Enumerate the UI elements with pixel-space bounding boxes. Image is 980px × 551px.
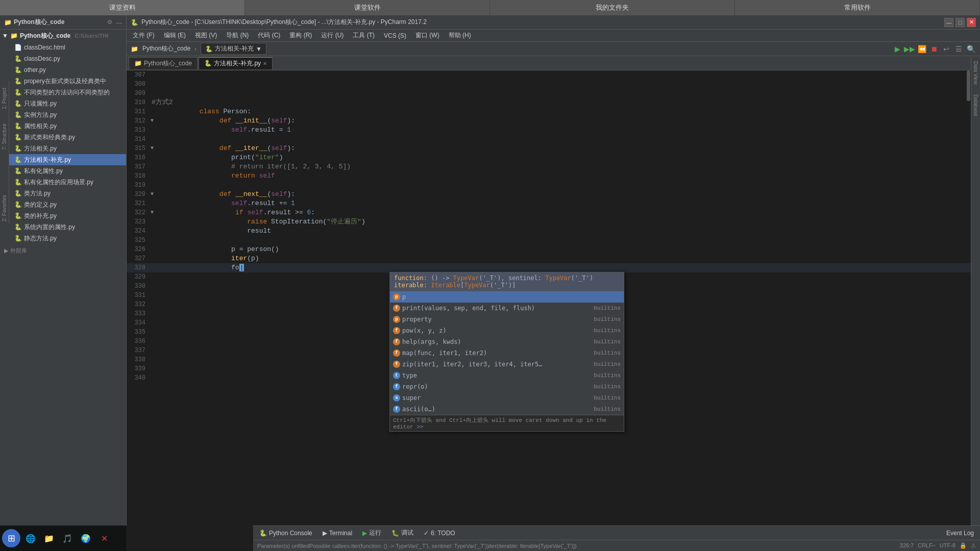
ac-item-property[interactable]: p property builtins [390, 314, 624, 325]
terminal-button[interactable]: ▶ Terminal [318, 528, 356, 539]
sidebar-item-attr[interactable]: 🐍 属性相关.py [0, 120, 126, 132]
tab-close-button[interactable]: ✕ [263, 61, 267, 66]
sidebar-project-name[interactable]: ▼ 📁 Python核心_code C:\Users\THI [0, 30, 126, 42]
top-taskbar-item-2[interactable]: 我的文件夹 [490, 0, 735, 15]
dir-tab-text: Python核心_code [144, 59, 192, 68]
top-taskbar-item-0[interactable]: 课堂资料 [0, 0, 245, 15]
menu-tools[interactable]: 工具 (T) [349, 30, 379, 41]
run-button[interactable]: ▶ [892, 44, 902, 54]
sidebar-item-classdesc-html[interactable]: 📄 classDesc.html [0, 42, 126, 53]
pause-button[interactable]: ↩ [941, 44, 951, 54]
python-tab-icon: 🐍 [204, 60, 212, 67]
run-toolbar: 📁 Python核心_code › 🐍 方法相关-补充 ▼ ▶ ▶▶ ⏪ ⏹ ↩… [127, 42, 980, 56]
top-taskbar-item-3[interactable]: 常用软件 [735, 0, 980, 15]
menu-help[interactable]: 帮助 (H) [445, 30, 475, 41]
dropdown-arrow-icon: ▼ [256, 45, 262, 53]
sidebar-minimize-icon[interactable]: — [116, 19, 122, 26]
event-log-button[interactable]: Event Log [942, 528, 978, 539]
run-config-dropdown[interactable]: 🐍 方法相关-补充 ▼ [201, 43, 266, 55]
menu-refactor[interactable]: 重构 (R) [285, 30, 316, 41]
sidebar-item-builtin-attr[interactable]: 🐍 系统内置的属性.py [0, 221, 126, 233]
favorites-vertical-tab[interactable]: 2: Favorites [2, 193, 7, 223]
ac-item-print[interactable]: f print(values, sep, end, file, flush) b… [390, 303, 624, 314]
sidebar-item-static-method[interactable]: 🐍 静态方法.py [0, 233, 126, 244]
ac-item-zip[interactable]: f zip(iter1, iter2, iter3, iter4, iter5…… [390, 359, 624, 370]
sidebar-item-methods[interactable]: 🐍 方法相关.py [0, 143, 126, 154]
taskbar-item-4[interactable]: ✕ [96, 530, 112, 546]
start-button[interactable]: ⊞ [2, 529, 20, 547]
sidebar-settings-icon[interactable]: ⚙ [107, 19, 112, 26]
code-editor[interactable]: 307 308 309 310 #方式2 311 [127, 70, 980, 551]
sidebar-item-class-supplement[interactable]: 🐍 类的补充.py [0, 210, 126, 221]
file-label: 静态方法.py [24, 234, 57, 243]
file-icon-py: 🐍 [14, 89, 22, 96]
sidebar-item-class-method[interactable]: 🐍 类方法.py [0, 188, 126, 199]
sidebar-item-methods-supplement[interactable]: 🐍 方法相关-补充.py [0, 154, 126, 165]
menu-window[interactable]: 窗口 (W) [411, 30, 444, 41]
file-tab-dir[interactable]: 📁 Python核心_code [129, 57, 198, 69]
search-icon[interactable]: 🔍 [966, 44, 976, 54]
settings-run-icon[interactable]: ☰ [953, 44, 964, 54]
ac-icon-super: s [393, 394, 400, 402]
file-tab-active[interactable]: 🐍 方法相关-补充.py ✕ [199, 57, 273, 69]
python-console-label: Python Console [269, 530, 312, 537]
maximize-button[interactable]: □ [955, 18, 965, 27]
sidebar-item-different-types[interactable]: 🐍 不同类型的方法访问不同类型的 [0, 87, 126, 98]
ac-source-repr: builtins [594, 384, 621, 390]
sidebar-item-private-attr[interactable]: 🐍 私有化属性.py [0, 165, 126, 177]
ac-item-help[interactable]: f help(args, kwds) builtins [390, 336, 624, 347]
project-vertical-tab[interactable]: 1: Project [2, 86, 7, 111]
menu-view[interactable]: 视图 (V) [191, 30, 221, 41]
sidebar-item-readonly[interactable]: 🐍 只读属性.py [0, 98, 126, 109]
menu-edit[interactable]: 编辑 (E) [160, 30, 190, 41]
folder-icon: ▼ [2, 32, 8, 39]
line-num-340: 340 [127, 373, 150, 383]
menu-run[interactable]: 运行 (U) [317, 30, 348, 41]
top-taskbar-item-1[interactable]: 课堂软件 [245, 0, 490, 15]
menu-vcs[interactable]: VCS (S) [380, 31, 410, 40]
ac-item-pow[interactable]: f pow(x, y, z) builtins [390, 325, 624, 336]
ac-item-ascii[interactable]: f ascii(o…) builtins [390, 404, 624, 415]
file-label: 只读属性.py [24, 99, 57, 108]
data-view-panel[interactable]: Data View [973, 61, 978, 84]
sidebar-item-class-def[interactable]: 🐍 类的定义.py [0, 199, 126, 210]
menu-file[interactable]: 文件 (F) [129, 30, 159, 41]
sidebar-item-classdesc-py[interactable]: 🐍 classDesc.py [0, 53, 126, 64]
file-label: 方法相关.py [24, 144, 57, 153]
minimize-button[interactable]: — [944, 18, 953, 27]
sidebar-external-lib[interactable]: ▶ 外部库 [0, 244, 126, 255]
tooltip-sig-end: ('_T') [571, 274, 593, 282]
dir-tab-label[interactable]: Python核心_code [142, 44, 190, 53]
todo-button[interactable]: ✓ 6: TODO [420, 528, 459, 539]
menu-code[interactable]: 代码 (C) [254, 30, 284, 41]
debug-button[interactable]: ▶▶ [904, 44, 915, 54]
stop-button[interactable]: ⏹ [929, 44, 939, 54]
autocomplete-hint-link[interactable]: >> [416, 424, 423, 430]
taskbar-item-0[interactable]: 🌐 [22, 530, 39, 546]
close-button[interactable]: ✕ [967, 18, 976, 27]
ac-item-p[interactable]: p p [390, 291, 624, 303]
taskbar-item-2[interactable]: 🎵 [59, 530, 76, 546]
ac-source-help: builtins [594, 339, 621, 345]
file-label: 私有化属性.py [24, 167, 63, 176]
sidebar-item-other[interactable]: 🐍 other.py [0, 64, 126, 76]
menu-nav[interactable]: 导航 (N) [222, 30, 253, 41]
python-console-button[interactable]: 🐍 Python Console [255, 528, 316, 539]
structure-vertical-tab[interactable]: 7: Structure [2, 121, 7, 152]
file-icon-py: 🐍 [14, 201, 22, 208]
database-panel[interactable]: Database [973, 94, 978, 116]
debug-panel-button[interactable]: 🐛 调试 [387, 528, 418, 539]
run-panel-button[interactable]: ▶ 运行 [358, 528, 385, 539]
taskbar-item-3[interactable]: 🌍 [78, 530, 94, 546]
ac-item-map[interactable]: f map(func, iter1, iter2) builtins [390, 347, 624, 359]
ac-item-super[interactable]: s super builtins [390, 392, 624, 404]
sidebar-item-propery[interactable]: 🐍 propery在新式类以及经典类中 [0, 76, 126, 87]
sidebar-item-private-attr-use[interactable]: 🐍 私有化属性的应用场景.py [0, 177, 126, 188]
ac-item-type[interactable]: t type builtins [390, 370, 624, 381]
coverage-button[interactable]: ⏪ [917, 44, 927, 54]
taskbar-item-1[interactable]: 📁 [41, 530, 57, 546]
ac-item-repr[interactable]: f repr(o) builtins [390, 381, 624, 392]
sidebar-item-instance-method[interactable]: 🐍 实例方法.py [0, 109, 126, 120]
code-scrollbar-thumb[interactable] [967, 70, 970, 101]
sidebar-item-new-classic[interactable]: 🐍 新式类和经典类.py [0, 132, 126, 143]
